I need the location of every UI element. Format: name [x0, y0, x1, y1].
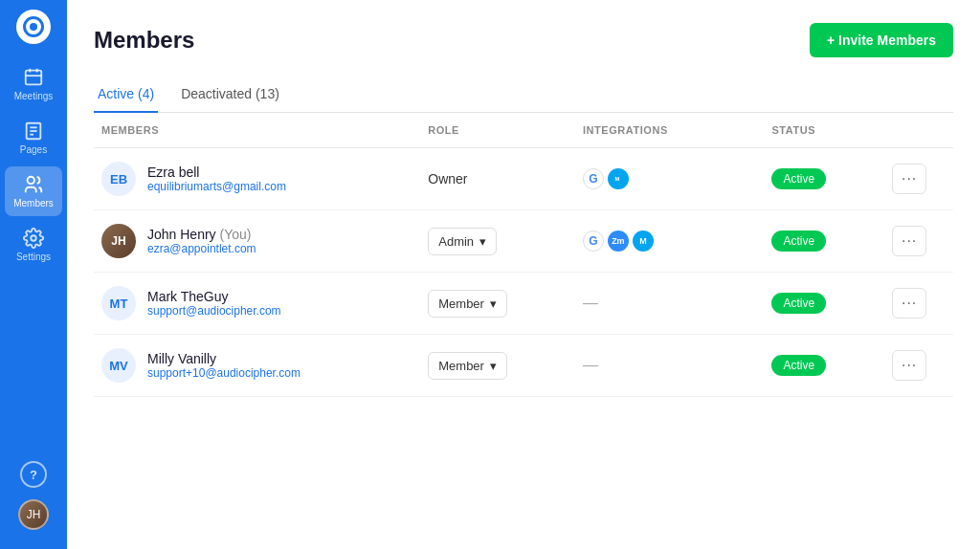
more-options-button[interactable]: ···: [892, 226, 926, 256]
no-integrations: —: [583, 357, 598, 373]
more-options-button[interactable]: ···: [892, 350, 926, 381]
member-info: Mark TheGuy support@audiocipher.com: [147, 289, 281, 318]
member-email: support@audiocipher.com: [147, 304, 281, 318]
avatar: JH: [101, 224, 136, 258]
table-row: MV Milly Vanilly support+10@audiocipher.…: [94, 335, 953, 397]
more-options-button[interactable]: ···: [892, 288, 926, 318]
settings-icon: [23, 228, 44, 249]
app-logo[interactable]: [16, 10, 51, 44]
settings-label: Settings: [16, 252, 51, 262]
member-cell: MV Milly Vanilly support+10@audiocipher.…: [101, 348, 412, 383]
role-dropdown[interactable]: Member ▾: [428, 352, 507, 380]
role-dropdown[interactable]: Admin ▾: [428, 228, 497, 255]
member-cell: MT Mark TheGuy support@audiocipher.com: [101, 286, 412, 320]
sidebar-item-pages[interactable]: Pages: [5, 113, 62, 163]
col-header-members: MEMBERS: [94, 113, 420, 148]
sidebar-bottom: ? JH: [18, 461, 49, 539]
status-badge: Active: [771, 355, 826, 376]
table-row: JH John Henry (You) ezra@appointlet.com …: [94, 210, 953, 273]
no-integrations: —: [583, 295, 598, 311]
member-name: Milly Vanilly: [147, 351, 301, 366]
col-header-role: ROLE: [420, 113, 575, 148]
member-name: Mark TheGuy: [147, 289, 281, 304]
sidebar: Meetings Pages Members: [0, 0, 67, 549]
chevron-down-icon: ▾: [479, 234, 486, 249]
table-row: MT Mark TheGuy support@audiocipher.com M…: [94, 273, 953, 335]
avatar: EB: [101, 162, 136, 196]
members-label: Members: [13, 198, 54, 209]
avatar: MV: [101, 348, 136, 383]
chevron-down-icon: ▾: [490, 359, 497, 373]
member-email: ezra@appointlet.com: [147, 242, 256, 255]
more-options-button[interactable]: ···: [892, 164, 926, 194]
google-icon: G: [583, 231, 604, 252]
member-name: Ezra bell: [147, 165, 286, 180]
table-row: EB Ezra bell equilibriumarts@gmail.com O…: [94, 148, 953, 210]
integrations-cell: G M: [583, 168, 757, 189]
meetings-label: Meetings: [14, 91, 54, 101]
integrations-cell: G Zm M: [583, 231, 757, 252]
members-table: MEMBERS ROLE INTEGRATIONS STATUS EB Ezra…: [94, 113, 953, 397]
svg-text:M: M: [614, 176, 619, 182]
pages-icon: [23, 121, 44, 142]
avatar: MT: [101, 286, 136, 320]
chevron-down-icon: ▾: [490, 296, 497, 311]
member-info: Milly Vanilly support+10@audiocipher.com: [147, 351, 301, 380]
member-email: support+10@audiocipher.com: [147, 366, 301, 380]
tab-deactivated[interactable]: Deactivated (13): [177, 77, 283, 113]
member-info: Ezra bell equilibriumarts@gmail.com: [147, 165, 286, 193]
ms-teams-icon: M: [633, 231, 654, 252]
page-title: Members: [94, 27, 194, 54]
col-header-status: STATUS: [764, 113, 884, 148]
main-content: Members + Invite Members Active (4) Deac…: [67, 0, 980, 549]
zoom-icon: Zm: [608, 231, 629, 252]
sidebar-item-meetings[interactable]: Meetings: [5, 59, 62, 109]
ms-teams-icon: M: [608, 168, 629, 189]
role-text: Owner: [428, 171, 467, 187]
member-email: equilibriumarts@gmail.com: [147, 180, 286, 193]
sidebar-item-settings[interactable]: Settings: [5, 220, 62, 270]
invite-members-button[interactable]: + Invite Members: [810, 23, 953, 57]
col-header-integrations: INTEGRATIONS: [575, 113, 765, 148]
member-name: John Henry (You): [147, 227, 256, 242]
status-badge: Active: [771, 231, 826, 252]
svg-rect-0: [26, 71, 42, 85]
svg-point-8: [28, 177, 34, 184]
tab-active[interactable]: Active (4): [94, 77, 158, 113]
google-icon: G: [583, 168, 604, 189]
sidebar-item-members[interactable]: Members: [5, 166, 62, 216]
meetings-icon: [23, 67, 44, 88]
help-button[interactable]: ?: [20, 461, 47, 488]
sidebar-nav: Meetings Pages Members: [5, 59, 62, 461]
members-icon: [23, 174, 44, 195]
user-avatar[interactable]: JH: [18, 499, 49, 530]
pages-label: Pages: [20, 144, 47, 155]
page-header: Members + Invite Members: [94, 23, 953, 57]
svg-point-9: [31, 235, 36, 241]
status-badge: Active: [771, 293, 826, 314]
tabs: Active (4) Deactivated (13): [94, 77, 953, 113]
member-cell: JH John Henry (You) ezra@appointlet.com: [101, 224, 412, 258]
col-header-actions: [884, 113, 953, 148]
role-dropdown[interactable]: Member ▾: [428, 290, 507, 318]
status-badge: Active: [771, 168, 826, 189]
member-info: John Henry (You) ezra@appointlet.com: [147, 227, 256, 255]
member-cell: EB Ezra bell equilibriumarts@gmail.com: [101, 162, 412, 196]
